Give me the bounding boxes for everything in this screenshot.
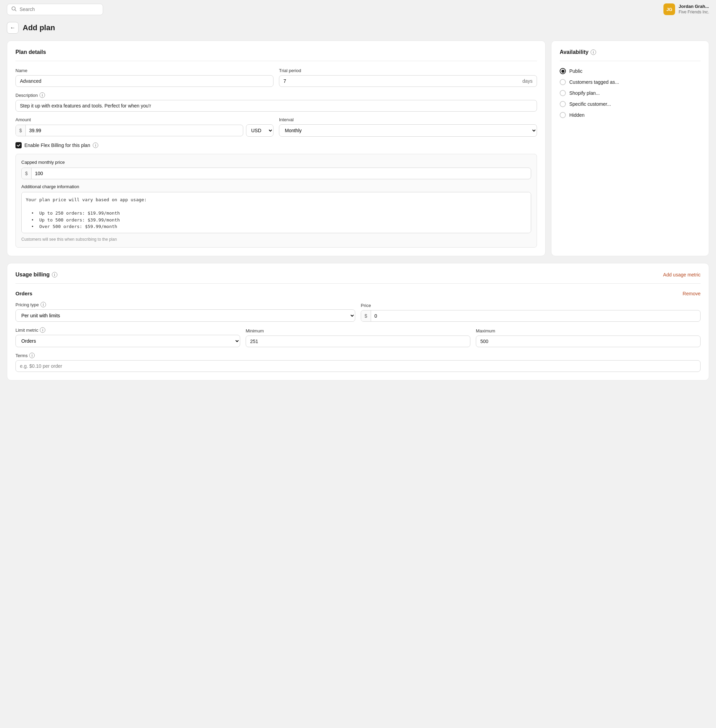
capped-input[interactable] <box>32 168 531 179</box>
usage-header: Usage billing i Add usage metric <box>15 272 701 284</box>
search-input[interactable]: Search <box>20 6 99 12</box>
name-input[interactable] <box>15 75 273 87</box>
usage-billing-card: Usage billing i Add usage metric Orders … <box>7 263 709 380</box>
terms-group: Terms i <box>15 353 701 372</box>
amount-prefix: $ <box>16 125 26 136</box>
flex-billing-box: Capped monthly price $ Additional charge… <box>15 154 537 248</box>
maximum-group: Maximum <box>476 328 701 347</box>
interval-group: Interval Monthly Annually <box>279 117 537 137</box>
radio-specific-customer[interactable]: Specific customer... <box>560 101 701 107</box>
capped-prefix: $ <box>22 168 32 179</box>
radio-public[interactable]: Public <box>560 68 701 74</box>
radio-circle-public <box>560 68 566 74</box>
name-group: Name <box>15 68 273 87</box>
additional-charge-textarea[interactable]: Your plan price will vary based on app u… <box>21 192 531 233</box>
topbar: Search JG Jordan Grah... Five Friends In… <box>0 0 716 18</box>
avatar: JG <box>663 3 675 15</box>
trial-group: Trial period days <box>279 68 537 87</box>
amount-input-wrapper: $ <box>15 125 243 136</box>
limit-metric-label: Limit metric i <box>15 327 240 333</box>
description-input[interactable] <box>15 100 537 112</box>
radio-label-customers-tagged: Customers tagged as... <box>569 79 619 85</box>
availability-card: Availability i Public Customers tagged a… <box>551 41 709 256</box>
usage-info-icon[interactable]: i <box>52 272 58 277</box>
flex-billing-checkbox[interactable] <box>15 142 22 148</box>
limit-metric-group: Limit metric i Orders <box>15 327 240 347</box>
description-label: Description i <box>15 92 537 98</box>
back-button[interactable]: ← <box>7 22 18 34</box>
price-input-wrapper: $ <box>361 310 701 322</box>
radio-circle-hidden <box>560 112 566 118</box>
amount-input[interactable] <box>26 125 243 136</box>
price-label: Price <box>361 303 701 308</box>
radio-label-shopify-plan: Shopify plan... <box>569 90 600 96</box>
user-area: JG Jordan Grah... Five Friends Inc. <box>663 3 709 15</box>
availability-info-icon[interactable]: i <box>591 50 596 55</box>
hint-text: Customers will see this when subscribing… <box>21 237 531 242</box>
name-trial-row: Name Trial period days <box>15 68 537 87</box>
price-input[interactable] <box>371 310 700 321</box>
radio-hidden[interactable]: Hidden <box>560 112 701 118</box>
trial-input[interactable] <box>279 76 518 86</box>
pricing-type-select[interactable]: Per unit with limits Per unit Flat fee <box>15 309 355 322</box>
minimum-label: Minimum <box>246 328 470 333</box>
radio-label-specific-customer: Specific customer... <box>569 101 611 107</box>
radio-group: Public Customers tagged as... Shopify pl… <box>560 68 701 118</box>
radio-shopify-plan[interactable]: Shopify plan... <box>560 90 701 96</box>
user-info: Jordan Grah... Five Friends Inc. <box>678 4 709 15</box>
orders-title: Orders <box>15 291 32 297</box>
amount-group: Amount $ USD <box>15 117 273 137</box>
maximum-label: Maximum <box>476 328 701 333</box>
amount-interval-row: Amount $ USD Interval Monthly <box>15 117 537 137</box>
radio-label-hidden: Hidden <box>569 112 584 118</box>
page-title: Add plan <box>23 23 55 32</box>
availability-title: Availability i <box>560 49 701 61</box>
radio-label-public: Public <box>569 68 583 74</box>
limit-metric-select[interactable]: Orders <box>15 335 240 347</box>
minimum-input[interactable] <box>246 336 470 347</box>
amount-label: Amount <box>15 117 273 122</box>
amount-currency-wrapper: $ USD <box>15 124 273 137</box>
radio-circle-specific-customer <box>560 101 566 107</box>
description-info-icon[interactable]: i <box>39 92 45 98</box>
currency-select[interactable]: USD <box>246 124 273 137</box>
checkmark-icon <box>17 143 21 147</box>
terms-input[interactable] <box>15 360 701 372</box>
limit-metric-info-icon[interactable]: i <box>40 327 46 333</box>
pricing-type-group: Pricing type i Per unit with limits Per … <box>15 302 355 322</box>
description-group: Description i <box>15 92 537 112</box>
search-icon <box>11 6 17 13</box>
capped-input-wrapper: $ <box>21 168 531 179</box>
orders-section-header: Orders Remove <box>15 291 701 297</box>
interval-select[interactable]: Monthly Annually <box>279 124 537 137</box>
interval-label: Interval <box>279 117 537 122</box>
add-metric-button[interactable]: Add usage metric <box>663 272 701 277</box>
minimum-group: Minimum <box>246 328 470 347</box>
remove-button[interactable]: Remove <box>683 291 701 297</box>
flex-billing-check[interactable]: Enable Flex Billing for this plan i <box>15 142 537 148</box>
radio-circle-shopify-plan <box>560 90 566 96</box>
usage-title: Usage billing i <box>15 272 58 278</box>
radio-circle-customers-tagged <box>560 79 566 85</box>
price-prefix: $ <box>361 310 371 321</box>
flex-billing-info-icon[interactable]: i <box>93 142 98 148</box>
pricing-price-row: Pricing type i Per unit with limits Per … <box>15 302 701 322</box>
plan-details-title: Plan details <box>15 49 537 61</box>
svg-line-1 <box>15 10 17 11</box>
trial-label: Trial period <box>279 68 537 73</box>
search-box[interactable]: Search <box>7 4 103 15</box>
trial-suffix: days <box>518 76 537 86</box>
user-name: Jordan Grah... <box>678 4 709 10</box>
user-company: Five Friends Inc. <box>678 10 709 15</box>
trial-input-wrapper: days <box>279 75 537 87</box>
terms-label: Terms i <box>15 353 701 358</box>
radio-customers-tagged[interactable]: Customers tagged as... <box>560 79 701 85</box>
pricing-type-info-icon[interactable]: i <box>41 302 46 307</box>
plan-details-card: Plan details Name Trial period days <box>7 41 546 256</box>
limit-minmax-row: Limit metric i Orders Minimum Maximum <box>15 327 701 347</box>
page: ← Add plan Plan details Name Trial perio… <box>0 18 716 391</box>
additional-charge-label: Additional charge information <box>21 184 531 189</box>
terms-info-icon[interactable]: i <box>29 353 35 358</box>
maximum-input[interactable] <box>476 336 701 347</box>
price-group: Price $ <box>361 303 701 322</box>
